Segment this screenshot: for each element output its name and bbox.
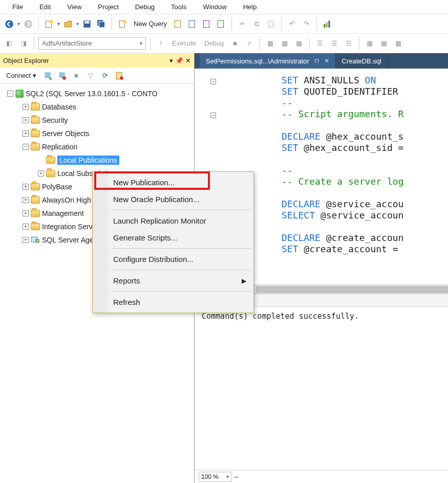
svg-point-1 <box>24 20 32 28</box>
code-text[interactable]: SET ANSI_NULLS ON SET QUOTED_IDENTIFIER … <box>225 69 448 284</box>
new-query-button[interactable]: New Query <box>131 19 170 29</box>
oe-script-icon[interactable] <box>113 70 125 82</box>
nav-forward-button <box>22 18 34 30</box>
zoom-selector[interactable]: 100 % ▾ <box>199 472 231 482</box>
ctx-generate-scripts[interactable]: Generate Scripts... <box>93 229 253 246</box>
panel-pin-icon[interactable]: 📌 <box>175 57 183 64</box>
new-item-button[interactable] <box>43 18 55 30</box>
folder-icon <box>31 196 40 204</box>
tb-script3-icon[interactable] <box>201 18 213 30</box>
menu-project[interactable]: Project <box>90 1 126 13</box>
panel-options-icon[interactable]: ▾ <box>169 57 173 64</box>
svg-point-3 <box>50 20 53 24</box>
menu-view[interactable]: View <box>59 1 90 13</box>
tb-script4-icon[interactable] <box>215 18 227 30</box>
redo-button: ↷ <box>300 18 312 30</box>
ctx-reports[interactable]: Reports ▶ <box>93 272 253 289</box>
expander-icon[interactable]: + <box>23 210 29 216</box>
expander-icon <box>38 157 44 163</box>
ctx-new-publication[interactable]: New Publication... <box>93 174 253 191</box>
tb2-icon2: ◨ <box>17 37 30 50</box>
nav-back-chevron-icon[interactable]: ▾ <box>17 21 20 27</box>
close-icon[interactable]: ✕ <box>324 57 329 64</box>
menu-bar: File Edit View Project Debug Tools Windo… <box>0 0 448 14</box>
tb2-ex3-icon: ▦ <box>293 37 305 50</box>
parse-icon: ✓ <box>243 37 255 50</box>
tb2-icon1: ◧ <box>3 37 15 50</box>
expander-icon[interactable]: + <box>23 117 29 123</box>
tab-createdb[interactable]: CreateDB.sql <box>336 53 388 69</box>
tb2-tree1-icon: ☰ <box>314 37 326 50</box>
menu-tools[interactable]: Tools <box>163 1 195 13</box>
expander-icon[interactable]: + <box>38 170 44 177</box>
new-item-chevron-icon[interactable]: ▾ <box>57 21 60 27</box>
copy-button: ⧉ <box>250 18 263 30</box>
open-button[interactable] <box>62 18 74 30</box>
svg-point-0 <box>5 20 13 28</box>
folder-icon <box>31 143 40 150</box>
expander-icon[interactable]: + <box>23 104 29 110</box>
document-tabs: SetPermissions.sql...\Administrator ⊓ ✕ … <box>195 53 448 69</box>
expander-icon[interactable]: + <box>23 184 29 190</box>
panel-close-icon[interactable]: ✕ <box>185 57 191 64</box>
expander-icon[interactable]: − <box>7 91 13 97</box>
menu-file[interactable]: File <box>4 1 31 13</box>
tree-local-publications[interactable]: Local Publications <box>2 153 192 167</box>
tree-server-objects[interactable]: + Server Objects <box>2 127 192 140</box>
tab-label: CreateDB.sql <box>342 57 381 65</box>
submenu-arrow-icon: ▶ <box>242 277 246 284</box>
folder-icon <box>31 117 40 124</box>
new-query-icon[interactable] <box>116 18 129 30</box>
object-explorer-toolbar: Connect ▾ ■ ▽ ⟳ <box>0 68 194 84</box>
stop-oe-icon: ■ <box>70 70 82 82</box>
folder-icon <box>46 157 55 164</box>
tb2-tree2-icon: ☰ <box>328 37 340 50</box>
expander-icon[interactable]: − <box>23 144 29 150</box>
ctx-configure-distribution[interactable]: Configure Distribution... <box>93 251 253 268</box>
scrollbar-thumb[interactable] <box>256 286 448 293</box>
tb2-tree3-icon: ☰ <box>343 37 355 50</box>
refresh-oe-icon[interactable]: ⟳ <box>99 70 111 82</box>
pin-icon[interactable]: ⊓ <box>314 57 319 64</box>
agent-icon <box>31 235 40 245</box>
disconnect-server-icon[interactable] <box>56 70 68 82</box>
menu-window[interactable]: Window <box>195 1 234 13</box>
save-all-button[interactable] <box>95 18 108 30</box>
database-selector-value: AdfsArtifactStore <box>42 39 92 47</box>
tree-databases[interactable]: + Databases <box>2 100 192 114</box>
tree-label: Security <box>42 116 68 124</box>
tb-script1-icon[interactable] <box>172 18 184 30</box>
ctx-refresh[interactable]: Refresh <box>93 294 253 311</box>
save-button[interactable] <box>81 18 93 30</box>
svg-rect-5 <box>85 21 90 24</box>
messages-output: Command(s) completed successfully. <box>195 306 448 470</box>
svg-rect-14 <box>324 24 325 28</box>
tree-label: Management <box>42 209 84 217</box>
menu-edit[interactable]: Edit <box>31 1 59 13</box>
connect-button[interactable]: Connect ▾ <box>3 71 39 80</box>
svg-rect-16 <box>328 20 330 28</box>
nav-back-button[interactable] <box>3 18 15 30</box>
tab-setpermissions[interactable]: SetPermissions.sql...\Administrator ⊓ ✕ <box>200 53 336 69</box>
menu-help[interactable]: Help <box>235 1 265 13</box>
menu-debug[interactable]: Debug <box>127 1 163 13</box>
tree-security[interactable]: + Security <box>2 114 192 127</box>
expander-icon[interactable]: + <box>23 237 29 243</box>
tree-label: Replication <box>42 143 77 151</box>
tb2-grid1-icon: ▦ <box>364 37 376 50</box>
database-selector[interactable]: AdfsArtifactStore ▾ <box>38 37 146 50</box>
tb-script2-icon[interactable] <box>186 18 199 30</box>
expander-icon[interactable]: + <box>23 197 29 203</box>
connect-server-icon[interactable] <box>41 70 54 82</box>
ctx-new-oracle-publication[interactable]: New Oracle Publication... <box>93 191 253 208</box>
expander-icon[interactable]: + <box>23 224 29 230</box>
ctx-launch-replication-monitor[interactable]: Launch Replication Monitor <box>93 212 253 229</box>
tree-label: Local Publications <box>57 156 119 165</box>
folder-icon <box>31 210 40 217</box>
activity-icon[interactable] <box>321 18 333 30</box>
tree-replication[interactable]: − Replication <box>2 140 192 153</box>
expander-icon[interactable]: + <box>23 130 29 137</box>
zoom-value: 100 % <box>201 473 219 480</box>
open-chevron-icon[interactable]: ▾ <box>76 21 79 27</box>
tree-server-node[interactable]: − SQL2 (SQL Server 13.0.1601.5 - CONTO <box>2 87 192 100</box>
